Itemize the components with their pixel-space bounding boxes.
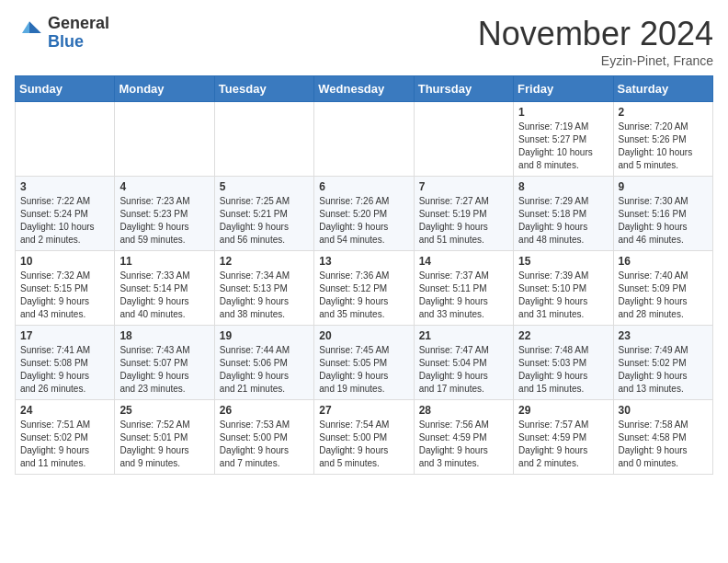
calendar-table: SundayMondayTuesdayWednesdayThursdayFrid… (15, 75, 713, 475)
day-number: 18 (119, 329, 209, 342)
table-row: 21Sunrise: 7:47 AM Sunset: 5:04 PM Dayli… (414, 326, 513, 400)
day-number: 21 (419, 329, 508, 342)
table-row: 4Sunrise: 7:23 AM Sunset: 5:23 PM Daylig… (115, 177, 214, 251)
day-number: 20 (319, 329, 408, 342)
week-row-1: 1Sunrise: 7:19 AM Sunset: 5:27 PM Daylig… (16, 102, 713, 177)
table-row: 7Sunrise: 7:27 AM Sunset: 5:19 PM Daylig… (414, 177, 513, 251)
weekday-header-monday: Monday (115, 76, 214, 102)
weekday-header-thursday: Thursday (414, 76, 513, 102)
month-title: November 2024 (478, 15, 713, 53)
day-info: Sunrise: 7:53 AM Sunset: 5:00 PM Dayligh… (220, 419, 309, 470)
table-row (414, 102, 513, 177)
table-row: 5Sunrise: 7:25 AM Sunset: 5:21 PM Daylig… (214, 177, 313, 251)
day-info: Sunrise: 7:33 AM Sunset: 5:14 PM Dayligh… (119, 270, 209, 321)
table-row: 2Sunrise: 7:20 AM Sunset: 5:26 PM Daylig… (613, 102, 712, 177)
day-info: Sunrise: 7:43 AM Sunset: 5:07 PM Dayligh… (119, 344, 209, 396)
table-row: 18Sunrise: 7:43 AM Sunset: 5:07 PM Dayli… (115, 326, 214, 400)
table-row: 13Sunrise: 7:36 AM Sunset: 5:12 PM Dayli… (314, 251, 414, 326)
table-row: 14Sunrise: 7:37 AM Sunset: 5:11 PM Dayli… (414, 251, 513, 326)
day-info: Sunrise: 7:26 AM Sunset: 5:20 PM Dayligh… (319, 195, 408, 247)
day-info: Sunrise: 7:41 AM Sunset: 5:08 PM Dayligh… (20, 344, 109, 396)
table-row: 24Sunrise: 7:51 AM Sunset: 5:02 PM Dayli… (16, 400, 115, 475)
svg-marker-0 (29, 21, 41, 33)
logo-text: General Blue (48, 15, 109, 52)
day-number: 8 (518, 180, 608, 193)
day-info: Sunrise: 7:58 AM Sunset: 4:58 PM Dayligh… (619, 419, 708, 470)
day-number: 28 (419, 404, 508, 417)
table-row: 12Sunrise: 7:34 AM Sunset: 5:13 PM Dayli… (214, 251, 313, 326)
day-number: 14 (419, 255, 508, 268)
day-info: Sunrise: 7:51 AM Sunset: 5:02 PM Dayligh… (20, 419, 109, 470)
day-number: 11 (119, 255, 209, 268)
day-info: Sunrise: 7:52 AM Sunset: 5:01 PM Dayligh… (119, 419, 209, 470)
day-number: 3 (20, 180, 109, 193)
day-number: 17 (20, 329, 109, 342)
weekday-header-saturday: Saturday (613, 76, 712, 102)
table-row (314, 102, 414, 177)
day-number: 10 (20, 255, 109, 268)
logo-icon (15, 18, 44, 48)
table-row (115, 102, 214, 177)
day-info: Sunrise: 7:32 AM Sunset: 5:15 PM Dayligh… (20, 270, 109, 321)
day-number: 12 (220, 255, 309, 268)
day-info: Sunrise: 7:47 AM Sunset: 5:04 PM Dayligh… (419, 344, 508, 396)
day-number: 19 (220, 329, 309, 342)
table-row: 15Sunrise: 7:39 AM Sunset: 5:10 PM Dayli… (514, 251, 613, 326)
logo-general-text: General (48, 15, 109, 33)
svg-marker-1 (22, 21, 29, 33)
day-info: Sunrise: 7:23 AM Sunset: 5:23 PM Dayligh… (119, 195, 209, 247)
table-row: 26Sunrise: 7:53 AM Sunset: 5:00 PM Dayli… (214, 400, 313, 475)
day-info: Sunrise: 7:54 AM Sunset: 5:00 PM Dayligh… (319, 419, 408, 470)
days-of-week-row: SundayMondayTuesdayWednesdayThursdayFrid… (16, 76, 713, 102)
table-row: 1Sunrise: 7:19 AM Sunset: 5:27 PM Daylig… (514, 102, 613, 177)
weekday-header-tuesday: Tuesday (214, 76, 313, 102)
day-number: 4 (119, 180, 209, 193)
day-info: Sunrise: 7:44 AM Sunset: 5:06 PM Dayligh… (220, 344, 309, 396)
table-row: 19Sunrise: 7:44 AM Sunset: 5:06 PM Dayli… (214, 326, 313, 400)
day-number: 6 (319, 180, 408, 193)
day-info: Sunrise: 7:49 AM Sunset: 5:02 PM Dayligh… (619, 344, 708, 396)
calendar-body: 1Sunrise: 7:19 AM Sunset: 5:27 PM Daylig… (16, 102, 713, 475)
day-info: Sunrise: 7:39 AM Sunset: 5:10 PM Dayligh… (518, 270, 608, 321)
table-row: 27Sunrise: 7:54 AM Sunset: 5:00 PM Dayli… (314, 400, 414, 475)
week-row-3: 10Sunrise: 7:32 AM Sunset: 5:15 PM Dayli… (16, 251, 713, 326)
table-row: 25Sunrise: 7:52 AM Sunset: 5:01 PM Dayli… (115, 400, 214, 475)
day-number: 23 (619, 329, 708, 342)
table-row: 23Sunrise: 7:49 AM Sunset: 5:02 PM Dayli… (613, 326, 712, 400)
day-info: Sunrise: 7:25 AM Sunset: 5:21 PM Dayligh… (220, 195, 309, 247)
day-number: 26 (220, 404, 309, 417)
table-row: 30Sunrise: 7:58 AM Sunset: 4:58 PM Dayli… (613, 400, 712, 475)
logo: General Blue (15, 15, 109, 52)
weekday-header-wednesday: Wednesday (314, 76, 414, 102)
table-row: 10Sunrise: 7:32 AM Sunset: 5:15 PM Dayli… (16, 251, 115, 326)
day-number: 13 (319, 255, 408, 268)
day-number: 7 (419, 180, 508, 193)
day-info: Sunrise: 7:30 AM Sunset: 5:16 PM Dayligh… (619, 195, 708, 247)
logo-blue-text: Blue (48, 33, 109, 52)
weekday-header-friday: Friday (514, 76, 613, 102)
day-number: 15 (518, 255, 608, 268)
day-number: 9 (619, 180, 708, 193)
table-row: 17Sunrise: 7:41 AM Sunset: 5:08 PM Dayli… (16, 326, 115, 400)
day-info: Sunrise: 7:40 AM Sunset: 5:09 PM Dayligh… (619, 270, 708, 321)
day-info: Sunrise: 7:56 AM Sunset: 4:59 PM Dayligh… (419, 419, 508, 470)
day-info: Sunrise: 7:19 AM Sunset: 5:27 PM Dayligh… (518, 121, 608, 172)
week-row-4: 17Sunrise: 7:41 AM Sunset: 5:08 PM Dayli… (16, 326, 713, 400)
day-info: Sunrise: 7:48 AM Sunset: 5:03 PM Dayligh… (518, 344, 608, 396)
week-row-2: 3Sunrise: 7:22 AM Sunset: 5:24 PM Daylig… (16, 177, 713, 251)
day-number: 5 (220, 180, 309, 193)
title-block: November 2024 Eyzin-Pinet, France (478, 15, 713, 68)
calendar-header: SundayMondayTuesdayWednesdayThursdayFrid… (16, 76, 713, 102)
table-row: 20Sunrise: 7:45 AM Sunset: 5:05 PM Dayli… (314, 326, 414, 400)
day-number: 27 (319, 404, 408, 417)
day-number: 29 (518, 404, 608, 417)
table-row: 9Sunrise: 7:30 AM Sunset: 5:16 PM Daylig… (613, 177, 712, 251)
day-number: 30 (619, 404, 708, 417)
day-number: 16 (619, 255, 708, 268)
day-number: 25 (119, 404, 209, 417)
table-row: 8Sunrise: 7:29 AM Sunset: 5:18 PM Daylig… (514, 177, 613, 251)
table-row: 6Sunrise: 7:26 AM Sunset: 5:20 PM Daylig… (314, 177, 414, 251)
table-row: 22Sunrise: 7:48 AM Sunset: 5:03 PM Dayli… (514, 326, 613, 400)
table-row: 11Sunrise: 7:33 AM Sunset: 5:14 PM Dayli… (115, 251, 214, 326)
day-info: Sunrise: 7:22 AM Sunset: 5:24 PM Dayligh… (20, 195, 109, 247)
